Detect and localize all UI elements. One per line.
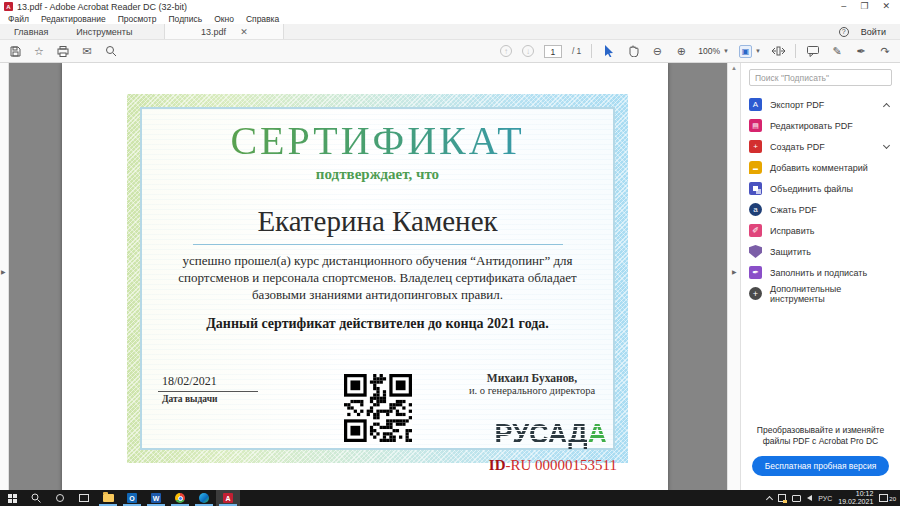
- navigation-pane-strip: ▶: [0, 63, 9, 490]
- tool-item-compress-pdf[interactable]: Сжать PDF: [749, 199, 892, 220]
- minimize-button[interactable]: –: [841, 0, 846, 13]
- tab-home[interactable]: Главная: [0, 24, 62, 39]
- tool-item-label: Добавить комментарий: [770, 163, 892, 173]
- star-icon[interactable]: ☆: [32, 44, 46, 58]
- zoom-caret-icon: ▼: [723, 48, 729, 54]
- taskbar-search-button[interactable]: [24, 490, 48, 506]
- edge-button[interactable]: [192, 490, 216, 506]
- close-button[interactable]: ✕: [882, 0, 890, 13]
- zoom-in-icon[interactable]: ⊕: [674, 44, 688, 58]
- search-icon[interactable]: [104, 44, 118, 58]
- signer-block: Михаил Буханов, и. о генерального директ…: [457, 372, 607, 396]
- tool-item-fix[interactable]: Исправить: [749, 220, 892, 241]
- signer-name: Михаил Буханов,: [457, 372, 607, 384]
- restore-button[interactable]: ❐: [860, 0, 868, 13]
- next-page-icon[interactable]: ↓: [522, 45, 534, 57]
- windows-taskbar: O W A РУС 10:12 19.02.2021 20: [0, 490, 900, 506]
- tool-item-export-pdf[interactable]: Экспорт PDF: [749, 94, 892, 115]
- volume-icon[interactable]: [807, 495, 812, 501]
- menu-item-3[interactable]: Подпись: [169, 14, 203, 24]
- free-trial-button[interactable]: Бесплатная пробная версия: [752, 456, 890, 476]
- zoom-out-icon[interactable]: ⊖: [650, 44, 664, 58]
- tool-item-protect[interactable]: Защитить: [749, 241, 892, 262]
- print-icon[interactable]: [56, 44, 70, 58]
- comment-tool-icon[interactable]: [806, 44, 820, 58]
- menu-item-1[interactable]: Редактирование: [41, 14, 106, 24]
- issue-date-block: 18/02/2021 Дата выдачи: [158, 374, 263, 404]
- close-tab-icon[interactable]: ✕: [240, 27, 248, 37]
- tool-item-create-pdf[interactable]: Создать PDF: [749, 136, 892, 157]
- network-icon[interactable]: [792, 495, 801, 502]
- menu-item-0[interactable]: Файл: [8, 14, 29, 24]
- taskbar-search-icon: [31, 493, 41, 503]
- vertical-scrollbar[interactable]: ▲ ▶: [727, 63, 740, 490]
- tool-item-merge-files[interactable]: Объединить файлы: [749, 178, 892, 199]
- save-icon[interactable]: [8, 44, 22, 58]
- cortana-button[interactable]: [48, 490, 72, 506]
- fix-icon: [749, 224, 762, 237]
- chevron-up-icon[interactable]: [883, 102, 890, 109]
- outlook-button[interactable]: O: [120, 490, 144, 506]
- certificate-holder-name: Екатерина Каменек: [142, 205, 613, 238]
- pencil-tool-icon[interactable]: ✎: [830, 44, 844, 58]
- tool-item-more-tools[interactable]: Дополнительные инструменты: [749, 283, 892, 304]
- tool-item-fill-sign[interactable]: Заполнить и подписать: [749, 262, 892, 283]
- acrobat-pro-promo: Преобразовывайте и изменяйте файлы PDF с…: [749, 425, 892, 476]
- page-view-select[interactable]: ▣ ▼: [739, 45, 761, 58]
- page-number-input[interactable]: 1: [544, 45, 562, 58]
- tool-item-edit-pdf[interactable]: Редактировать PDF: [749, 115, 892, 136]
- tool-item-label: Заполнить и подписать: [770, 268, 892, 278]
- acrobat-icon: A: [223, 493, 233, 503]
- select-tool-icon[interactable]: [602, 44, 616, 58]
- file-explorer-button[interactable]: [96, 490, 120, 506]
- tool-item-label: Редактировать PDF: [770, 121, 892, 131]
- fit-width-icon[interactable]: [771, 44, 785, 58]
- chrome-button[interactable]: [168, 490, 192, 506]
- open-navigation-pane-icon[interactable]: ▶: [1, 268, 6, 275]
- sign-tool-icon[interactable]: ✒: [854, 44, 868, 58]
- stamp-tool-icon[interactable]: ↷: [878, 44, 892, 58]
- help-icon[interactable]: ?: [839, 27, 849, 37]
- sign-in-button[interactable]: Войти: [861, 27, 886, 37]
- chrome-icon: [175, 493, 185, 503]
- acrobat-app-icon: A: [4, 2, 13, 11]
- tab-document[interactable]: 13.pdf ✕: [164, 24, 284, 39]
- edit-pdf-icon: [749, 119, 762, 132]
- tool-item-label: Создать PDF: [770, 142, 876, 152]
- edge-icon: [199, 493, 209, 503]
- word-button[interactable]: W: [144, 490, 168, 506]
- menu-item-4[interactable]: Окно: [214, 14, 234, 24]
- email-icon[interactable]: ✉: [80, 44, 94, 58]
- acrobat-window: A 13.pdf - Adobe Acrobat Reader DC (32-b…: [0, 0, 900, 506]
- issue-date-line: [158, 391, 258, 392]
- file-explorer-icon: [103, 494, 114, 502]
- tray-notification-icon[interactable]: [778, 494, 786, 502]
- menu-item-5[interactable]: Справка: [246, 14, 279, 24]
- tab-tools[interactable]: Инструменты: [62, 24, 146, 39]
- start-button[interactable]: [0, 490, 24, 506]
- collapse-tools-pane-icon[interactable]: ▶: [732, 268, 737, 275]
- scroll-up-icon[interactable]: ▲: [731, 65, 737, 71]
- certificate-body: СЕРТИФИКАТ подтверждает, что Екатерина К…: [140, 107, 615, 450]
- rusada-logo: РУСАДА: [494, 421, 607, 448]
- clock[interactable]: 10:12 19.02.2021: [838, 490, 873, 505]
- chevron-down-icon[interactable]: [883, 142, 890, 149]
- merge-files-icon: [749, 182, 762, 195]
- clock-time: 10:12: [856, 490, 874, 497]
- language-indicator[interactable]: РУС: [818, 495, 832, 502]
- previous-page-icon[interactable]: ↑: [500, 45, 512, 57]
- certificate-subtitle: подтверждает, что: [142, 166, 613, 183]
- tools-search-input[interactable]: [749, 69, 892, 86]
- tool-item-add-comment[interactable]: Добавить комментарий: [749, 157, 892, 178]
- title-bar: A 13.pdf - Adobe Acrobat Reader DC (32-b…: [0, 0, 900, 13]
- tool-item-label: Сжать PDF: [770, 205, 892, 215]
- acrobat-taskbar-button[interactable]: A: [216, 490, 240, 506]
- menu-item-2[interactable]: Просмотр: [118, 14, 157, 24]
- word-icon: W: [151, 493, 161, 503]
- hand-tool-icon[interactable]: [626, 44, 640, 58]
- action-center-button[interactable]: 20: [879, 494, 896, 502]
- tray-expand-icon[interactable]: [766, 495, 773, 502]
- task-view-button[interactable]: [72, 490, 96, 506]
- zoom-level-select[interactable]: 100% ▼: [698, 46, 729, 56]
- tool-item-label: Объединить файлы: [770, 184, 892, 194]
